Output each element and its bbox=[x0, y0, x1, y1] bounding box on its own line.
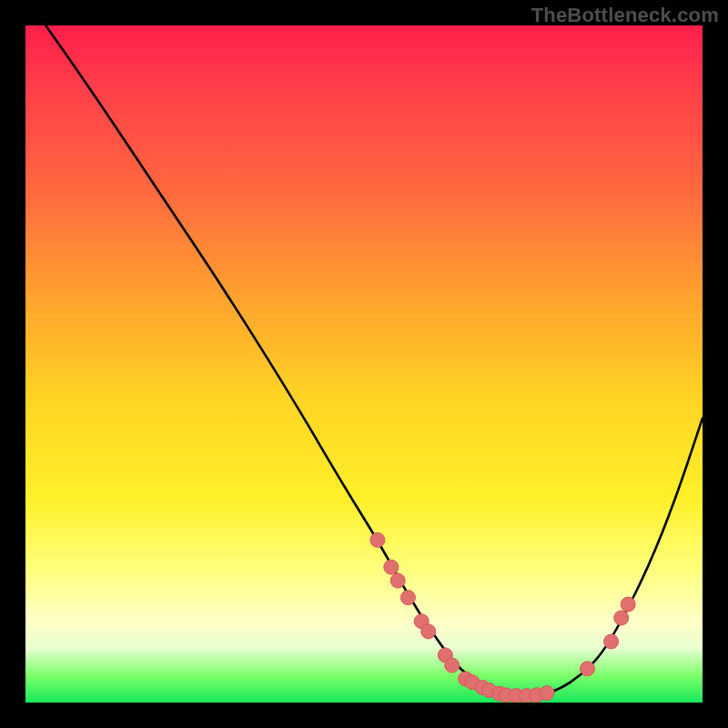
plot-area bbox=[25, 25, 703, 703]
curve-marker bbox=[621, 597, 635, 612]
curve-markers bbox=[370, 532, 635, 703]
curve-marker bbox=[445, 658, 460, 672]
curve-marker bbox=[581, 662, 595, 676]
curve-marker bbox=[604, 634, 619, 649]
curve-marker bbox=[614, 611, 629, 625]
watermark-text: TheBottleneck.com bbox=[531, 4, 719, 27]
curve-marker bbox=[384, 560, 399, 574]
curve-layer bbox=[25, 25, 703, 703]
curve-marker bbox=[370, 532, 385, 547]
curve-marker bbox=[421, 624, 436, 639]
curve-marker bbox=[540, 686, 554, 701]
curve-marker bbox=[400, 591, 415, 605]
curve-marker bbox=[390, 573, 405, 588]
chart-frame: TheBottleneck.com bbox=[0, 0, 728, 728]
bottleneck-curve bbox=[46, 25, 703, 696]
